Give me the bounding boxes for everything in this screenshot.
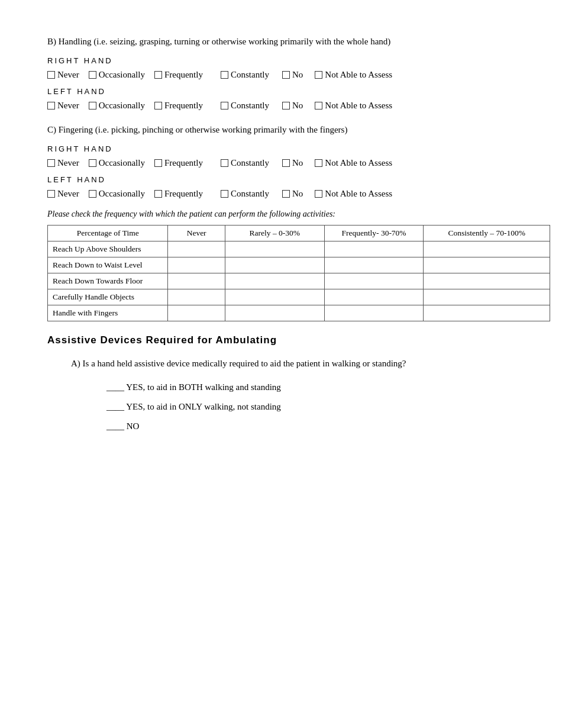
section-c-left-hand-label: LEFT HAND — [47, 175, 527, 184]
section-c-right-never-checkbox[interactable] — [47, 159, 55, 167]
section-b-left-hand-checkboxes: Never Occasionally Frequently Constantly… — [47, 101, 527, 111]
assistive-section: Assistive Devices Required for Ambulatin… — [47, 334, 527, 431]
section-b-left-frequently-label: Frequently — [164, 101, 203, 111]
table-row: Carefully Handle Objects — [48, 289, 550, 305]
section-c-right-occasionally-label: Occasionally — [99, 158, 145, 168]
section-c-left-never-label: Never — [57, 189, 79, 199]
section-b-left-constantly-checkbox[interactable] — [221, 102, 228, 109]
table-cell-activity: Reach Down Towards Floor — [48, 273, 168, 289]
section-b-right-notable-checkbox[interactable] — [315, 71, 322, 79]
section-b-right-never-checkbox[interactable] — [47, 71, 55, 79]
section-c-left-notable-label: Not Able to Assess — [325, 189, 392, 199]
section-c-left-frequently-checkbox[interactable] — [154, 190, 162, 198]
table-cell-value — [324, 289, 424, 305]
section-c-right-notable-checkbox[interactable] — [315, 159, 322, 167]
section-b-right-hand-checkboxes: Never Occasionally Frequently Constantly… — [47, 70, 527, 80]
section-b-left-notable-label: Not Able to Assess — [325, 101, 392, 111]
table-cell-value — [168, 305, 225, 321]
assistive-title: Assistive Devices Required for Ambulatin… — [47, 334, 527, 346]
section-b-left-occasionally-label: Occasionally — [99, 101, 145, 111]
section-c-left-occasionally-label: Occasionally — [99, 189, 145, 199]
table-header-consistently: Consistently – 70-100% — [424, 226, 550, 241]
section-c-right-hand-label: RIGHT HAND — [47, 144, 527, 153]
section-c-left-frequently-label: Frequently — [164, 189, 203, 199]
table-cell-value — [324, 305, 424, 321]
table-header-frequently: Frequently- 30-70% — [324, 226, 424, 241]
section-c-right-constantly-checkbox[interactable] — [221, 159, 228, 167]
section-b-right-no-checkbox[interactable] — [282, 71, 290, 79]
table-cell-value — [424, 241, 550, 257]
table-header-rarely: Rarely – 0-30% — [225, 226, 324, 241]
table-cell-value — [225, 273, 324, 289]
table-row: Reach Up Above Shoulders — [48, 241, 550, 257]
frequency-instruction: Please check the frequency with which th… — [47, 210, 527, 219]
section-c-right-frequently-label: Frequently — [164, 158, 203, 168]
section-b-right-frequently-checkbox[interactable] — [154, 71, 162, 79]
section-b-left-no-label: No — [292, 101, 303, 111]
table-row: Reach Down Towards Floor — [48, 273, 550, 289]
table-cell-value — [324, 257, 424, 273]
section-b-title: B) Handling (i.e. seizing, grasping, tur… — [47, 36, 527, 48]
table-cell-value — [324, 241, 424, 257]
section-b-left-frequently-checkbox[interactable] — [154, 102, 162, 109]
section-b-right-constantly-label: Constantly — [231, 70, 269, 80]
table-cell-value — [424, 305, 550, 321]
table-cell-value — [225, 289, 324, 305]
section-c-right-notable-label: Not Able to Assess — [325, 158, 392, 168]
section-c-title: C) Fingering (i.e. picking, pinching or … — [47, 124, 527, 136]
section-b-left-never-label: Never — [57, 101, 79, 111]
section-c-left-no-checkbox[interactable] — [282, 190, 290, 198]
section-c-right-never-label: Never — [57, 158, 79, 168]
assistive-option-1: ____ YES, to aid in ONLY walking, not st… — [106, 402, 527, 412]
section-c-right-no-checkbox[interactable] — [282, 159, 290, 167]
table-cell-activity: Reach Down to Waist Level — [48, 257, 168, 273]
section-b-right-occasionally-label: Occasionally — [99, 70, 145, 80]
table-cell-value — [168, 241, 225, 257]
section-c-left-never-checkbox[interactable] — [47, 190, 55, 198]
table-cell-value — [225, 305, 324, 321]
section-b-left-no-checkbox[interactable] — [282, 102, 290, 109]
assistive-question: A) Is a hand held assistive device medic… — [71, 357, 527, 371]
table-cell-value — [168, 273, 225, 289]
section-c-right-frequently-checkbox[interactable] — [154, 159, 162, 167]
table-row: Reach Down to Waist Level — [48, 257, 550, 273]
section-c-left-no-label: No — [292, 189, 303, 199]
section-b-left-never-checkbox[interactable] — [47, 102, 55, 109]
section-c-right-constantly-label: Constantly — [231, 158, 269, 168]
section-b-left-occasionally-checkbox[interactable] — [89, 102, 96, 109]
section-b-right-frequently-label: Frequently — [164, 70, 203, 80]
section-c-left-notable-checkbox[interactable] — [315, 190, 322, 198]
table-cell-value — [168, 257, 225, 273]
table-row: Handle with Fingers — [48, 305, 550, 321]
table-header-activity: Percentage of Time — [48, 226, 168, 241]
assistive-option-2: ____ NO — [106, 421, 527, 431]
table-header-never: Never — [168, 226, 225, 241]
table-cell-value — [424, 257, 550, 273]
frequency-table: Percentage of Time Never Rarely – 0-30% … — [47, 225, 550, 321]
section-b-right-hand-label: RIGHT HAND — [47, 56, 527, 65]
section-c-left-occasionally-checkbox[interactable] — [89, 190, 96, 198]
section-b-left-hand-label: LEFT HAND — [47, 87, 527, 96]
section-b-right-constantly-checkbox[interactable] — [221, 71, 228, 79]
section-c-right-hand-checkboxes: Never Occasionally Frequently Constantly… — [47, 158, 527, 168]
table-cell-activity: Carefully Handle Objects — [48, 289, 168, 305]
section-b-right-no-label: No — [292, 70, 303, 80]
section-c-left-hand-checkboxes: Never Occasionally Frequently Constantly… — [47, 189, 527, 199]
section-c-left-constantly-checkbox[interactable] — [221, 190, 228, 198]
assistive-option-0: ____ YES, to aid in BOTH walking and sta… — [106, 382, 527, 392]
table-cell-activity: Reach Up Above Shoulders — [48, 241, 168, 257]
section-b-left-constantly-label: Constantly — [231, 101, 269, 111]
section-c-right-no-label: No — [292, 158, 303, 168]
table-cell-value — [324, 273, 424, 289]
table-cell-value — [424, 289, 550, 305]
section-c-right-occasionally-checkbox[interactable] — [89, 159, 96, 167]
section-c-left-constantly-label: Constantly — [231, 189, 269, 199]
section-b-right-notable-label: Not Able to Assess — [325, 70, 392, 80]
section-b-right-occasionally-checkbox[interactable] — [89, 71, 96, 79]
section-b-right-never-label: Never — [57, 70, 79, 80]
table-cell-activity: Handle with Fingers — [48, 305, 168, 321]
table-cell-value — [225, 241, 324, 257]
table-cell-value — [225, 257, 324, 273]
table-cell-value — [168, 289, 225, 305]
section-b-left-notable-checkbox[interactable] — [315, 102, 322, 109]
